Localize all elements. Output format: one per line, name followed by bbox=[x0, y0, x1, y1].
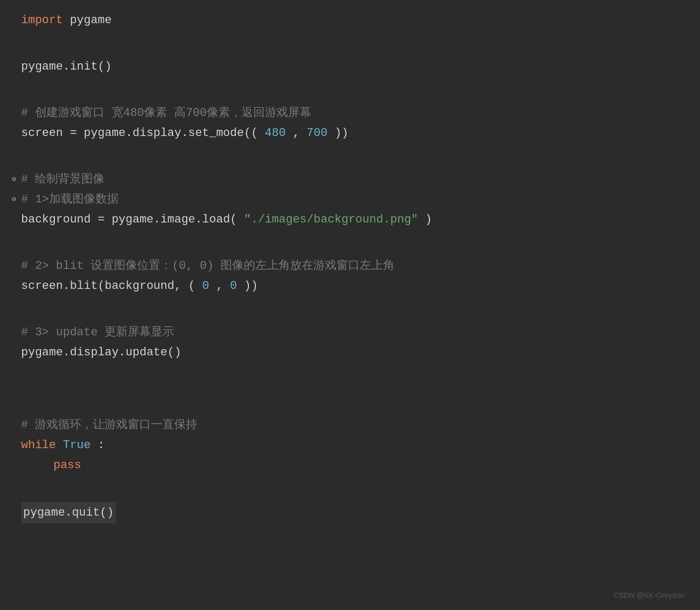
comment-draw: # 绘制背景图像 bbox=[21, 170, 104, 189]
pygame-display-setmode: pygame.display.set_mode(( bbox=[84, 127, 258, 140]
line-update: pygame.display.update() bbox=[21, 343, 679, 363]
watermark: CSDN @KK-Greyson bbox=[613, 591, 684, 599]
blank-line-3 bbox=[21, 143, 679, 170]
comment-load: # 1>加载图像数据 bbox=[21, 190, 119, 209]
fold-icon-load[interactable]: ⊖ bbox=[12, 193, 16, 206]
colon: : bbox=[98, 439, 104, 452]
comma1: , bbox=[293, 127, 306, 140]
close-paren2: ) bbox=[425, 213, 432, 226]
line-comment-loop: # 游戏循环，让游戏窗口一直保持 bbox=[21, 415, 679, 435]
pygame-init: pygame.init() bbox=[21, 60, 112, 73]
line-blit: screen.blit(background, ( 0 , 0 )) bbox=[21, 276, 679, 296]
num-0a: 0 bbox=[202, 279, 209, 293]
code-container: import pygame pygame.init() # 创建游戏窗口 宽48… bbox=[0, 0, 700, 610]
num-700: 700 bbox=[306, 127, 328, 140]
pygame-display-update: pygame.display.update() bbox=[21, 346, 181, 359]
line-comment-window: # 创建游戏窗口 宽480像素 高700像素，返回游戏屏幕 bbox=[21, 103, 679, 123]
comma2: , bbox=[216, 279, 230, 293]
screen-blit: screen.blit(background, ( bbox=[21, 279, 195, 293]
keyword-while: while bbox=[21, 439, 56, 452]
blank-line-4 bbox=[21, 230, 679, 256]
keyword-true: True bbox=[63, 439, 91, 452]
line-quit: pygame.quit() bbox=[21, 502, 679, 524]
pygame-image-load: pygame.image.load( bbox=[112, 213, 237, 226]
num-480: 480 bbox=[265, 127, 286, 140]
var-background: background bbox=[21, 213, 91, 226]
comment-window: # 创建游戏窗口 宽480像素 高700像素，返回游戏屏幕 bbox=[21, 103, 311, 123]
line-comment-update: # 3> update 更新屏幕显示 bbox=[21, 323, 679, 343]
num-0b: 0 bbox=[230, 279, 237, 293]
line-pass: pass bbox=[21, 456, 679, 476]
assign2: = bbox=[98, 213, 111, 226]
line-screen: screen = pygame.display.set_mode(( 480 ,… bbox=[21, 123, 679, 143]
comment-blit: # 2> blit 设置图像位置：(0, 0) 图像的左上角放在游戏窗口左上角 bbox=[21, 256, 395, 276]
blank-line-5 bbox=[21, 296, 679, 323]
comment-loop: # 游戏循环，让游戏窗口一直保持 bbox=[21, 415, 197, 435]
code-block: import pygame pygame.init() # 创建游戏窗口 宽48… bbox=[21, 11, 679, 524]
blank-line-1 bbox=[21, 31, 679, 57]
assign: = bbox=[70, 127, 83, 140]
keyword-pass: pass bbox=[53, 459, 81, 472]
close-paren3: )) bbox=[244, 279, 257, 293]
var-screen: screen bbox=[21, 127, 63, 140]
line-import: import pygame bbox=[21, 11, 679, 31]
line-while: while True : bbox=[21, 435, 679, 456]
blank-line-8 bbox=[21, 476, 679, 502]
line-comment-blit: # 2> blit 设置图像位置：(0, 0) 图像的左上角放在游戏窗口左上角 bbox=[21, 256, 679, 276]
blank-line-6 bbox=[21, 363, 679, 389]
string-path: "./images/background.png" bbox=[244, 213, 418, 226]
quit-highlight: pygame.quit() bbox=[21, 502, 116, 524]
blank-line-2 bbox=[21, 77, 679, 103]
module-pygame: pygame bbox=[70, 14, 111, 27]
line-background: background = pygame.image.load( "./image… bbox=[21, 210, 679, 230]
pygame-quit: pygame.quit() bbox=[23, 506, 114, 519]
line-comment-load: ⊖ # 1>加载图像数据 bbox=[21, 190, 679, 210]
fold-icon-draw[interactable]: ⊖ bbox=[12, 173, 16, 186]
keyword-import: import bbox=[21, 14, 63, 27]
comment-update: # 3> update 更新屏幕显示 bbox=[21, 323, 174, 342]
blank-line-7 bbox=[21, 389, 679, 415]
close-paren: )) bbox=[334, 127, 348, 140]
line-init: pygame.init() bbox=[21, 57, 679, 77]
line-comment-draw: ⊖ # 绘制背景图像 bbox=[21, 170, 679, 190]
